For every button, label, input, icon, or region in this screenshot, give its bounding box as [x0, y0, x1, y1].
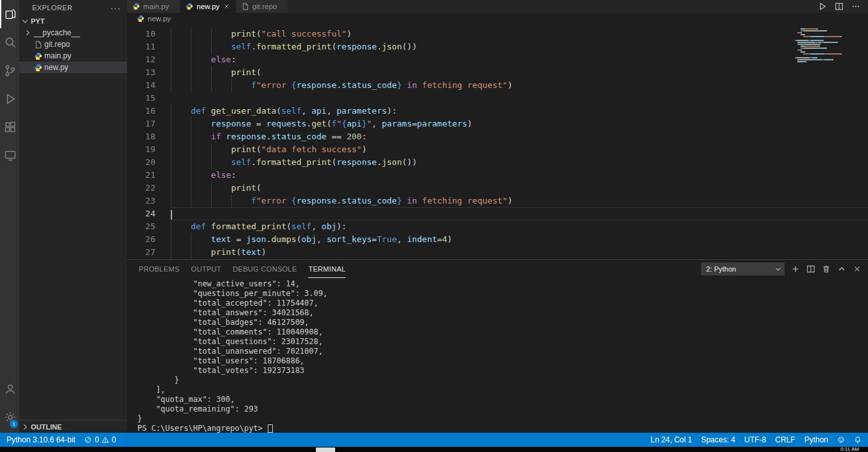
activity-extensions[interactable]	[0, 113, 19, 141]
errors-icon	[84, 436, 92, 444]
python-version-label: Python 3.10.6 64-bit	[6, 435, 75, 444]
terminal-shell-select[interactable]: 2: Python	[701, 263, 785, 275]
line-number: 26	[127, 233, 155, 246]
line-number: 25	[127, 220, 155, 233]
tree-item-__pycache__[interactable]: __pycache__	[19, 27, 127, 39]
python-interpreter[interactable]: Python 3.10.6 64-bit	[6, 435, 75, 444]
code-line-26[interactable]: text = json.dumps(obj, sort_keys=True, i…	[171, 233, 868, 246]
source-control-icon	[4, 64, 17, 77]
activity-run-debug[interactable]	[0, 85, 19, 113]
panel-tab-output[interactable]: OUTPUT	[191, 260, 221, 278]
code-line-11[interactable]: self.formatted_print(response.json())	[171, 40, 868, 53]
tree-indent	[23, 63, 32, 72]
tree-item-label: main.py	[44, 51, 71, 60]
tab-main.py[interactable]: main.py	[127, 0, 180, 13]
more-actions-icon[interactable]: ···	[110, 3, 121, 13]
terminal-line: }	[137, 376, 868, 385]
gutter: 101112131415161718192021222324252627	[127, 24, 155, 259]
outline-label: OUTLINE	[31, 423, 62, 431]
terminal-line: "total_comments": 110040908,	[137, 327, 868, 337]
cursor-position[interactable]: Ln 24, Col 1	[650, 435, 692, 444]
split-terminal-icon[interactable]	[806, 265, 815, 274]
outline-section[interactable]: OUTLINE	[19, 420, 127, 433]
code-line-10[interactable]: print("call successful")	[171, 28, 868, 40]
project-section-header[interactable]: PYT	[19, 15, 127, 27]
eol-setting[interactable]: CRLF	[775, 435, 795, 444]
file-icon	[34, 40, 42, 49]
status-left: Python 3.10.6 64-bit 0 0	[6, 435, 116, 444]
tab-git.repo[interactable]: git.repo	[236, 0, 288, 13]
code-line-20[interactable]: self.formatted_print(response.json())	[171, 156, 868, 169]
code-lines: print("call successful")self.formatted_p…	[155, 24, 868, 259]
bell-icon	[854, 436, 862, 444]
terminal-line: "total_votes": 192373183	[137, 366, 868, 376]
more-actions-icon[interactable]	[851, 2, 860, 11]
code-line-27[interactable]: print(text)	[171, 246, 868, 259]
code-line-22[interactable]: print(	[171, 182, 868, 195]
text-cursor	[171, 210, 172, 220]
activity-source-control[interactable]	[0, 56, 19, 85]
editor-actions	[818, 0, 868, 13]
activity-explorer[interactable]	[0, 0, 19, 28]
chevron-down-icon	[774, 265, 782, 273]
close-panel-icon[interactable]	[853, 265, 862, 274]
panel-actions: 2: Python	[701, 263, 862, 275]
editor-group: main.pynew.pygit.repo new.py 10111213141…	[127, 0, 868, 433]
code-line-24[interactable]	[171, 207, 868, 220]
activity-search[interactable]	[0, 28, 19, 56]
close-tab-icon[interactable]	[223, 3, 230, 10]
code-line-16[interactable]: def get_user_data(self, api, parameters)…	[171, 105, 868, 117]
extensions-icon	[4, 121, 17, 134]
panel-tab-terminal[interactable]: TERMINAL	[308, 260, 345, 278]
encoding-setting[interactable]: UTF-8	[744, 435, 766, 444]
breadcrumb[interactable]: new.py	[127, 13, 868, 24]
activity-settings[interactable]: 1	[0, 403, 19, 431]
activity-bar: 1	[0, 0, 19, 433]
new-terminal-icon[interactable]	[791, 265, 800, 274]
code-line-21[interactable]: else:	[171, 169, 868, 182]
terminal-line: "new_active_users": 14,	[137, 279, 868, 289]
minimap[interactable]	[791, 27, 845, 64]
line-number: 10	[127, 28, 155, 40]
clock: 0:11 AM	[840, 447, 859, 452]
tree-item-main.py[interactable]: main.py	[19, 50, 127, 62]
line-number: 21	[127, 169, 155, 182]
notifications-bell[interactable]	[854, 436, 862, 444]
maximize-panel-chevron-up-icon[interactable]	[837, 265, 846, 274]
code-line-13[interactable]: print(	[171, 66, 868, 79]
split-editor-icon[interactable]	[835, 2, 844, 11]
tab-label: git.repo	[252, 3, 277, 10]
code-line-14[interactable]: f"error {response.status_code} in fetchi…	[171, 79, 868, 92]
activity-remote-explorer[interactable]	[0, 141, 19, 170]
code-line-15[interactable]	[171, 92, 868, 105]
code-line-12[interactable]: else:	[171, 53, 868, 66]
kill-terminal-trash-icon[interactable]	[822, 265, 831, 274]
tree-item-git.repo[interactable]: git.repo	[19, 39, 127, 50]
tree-item-label: new.py	[44, 63, 68, 72]
python-file-icon	[186, 3, 193, 10]
chevron-down-icon	[21, 17, 30, 26]
code-editor[interactable]: 101112131415161718192021222324252627 pri…	[127, 24, 868, 259]
terminal-output[interactable]: "new_active_users": 14, "questions_per_m…	[127, 278, 868, 433]
terminal-line: "total_answers": 34021568,	[137, 308, 868, 318]
run-file-icon[interactable]	[818, 2, 827, 11]
code-line-18[interactable]: if response.status_code == 200:	[171, 130, 868, 143]
indentation-setting[interactable]: Spaces: 4	[701, 435, 735, 444]
language-mode[interactable]: Python	[804, 435, 828, 444]
problems-status[interactable]: 0 0	[84, 435, 116, 444]
terminal-line: ],	[137, 385, 868, 395]
activity-account[interactable]	[0, 375, 19, 403]
code-line-17[interactable]: response = requests.get(f"{api}", params…	[171, 117, 868, 130]
files-icon	[4, 8, 17, 21]
code-line-25[interactable]: def formatted_print(self, obj):	[171, 220, 868, 233]
feedback-icon[interactable]	[837, 436, 845, 444]
code-line-19[interactable]: print("data fetch success")	[171, 143, 868, 156]
line-number: 23	[127, 195, 155, 207]
tab-new.py[interactable]: new.py	[180, 0, 236, 13]
tree-item-new.py[interactable]: new.py	[19, 62, 127, 73]
panel-tab-problems[interactable]: PROBLEMS	[139, 260, 180, 278]
file-icon	[241, 3, 249, 10]
code-line-23[interactable]: f"error {response.status_code} in fetchi…	[171, 195, 868, 207]
panel-tab-debug-console[interactable]: DEBUG CONSOLE	[233, 260, 297, 278]
terminal-line: "total_users": 18706886,	[137, 356, 868, 366]
